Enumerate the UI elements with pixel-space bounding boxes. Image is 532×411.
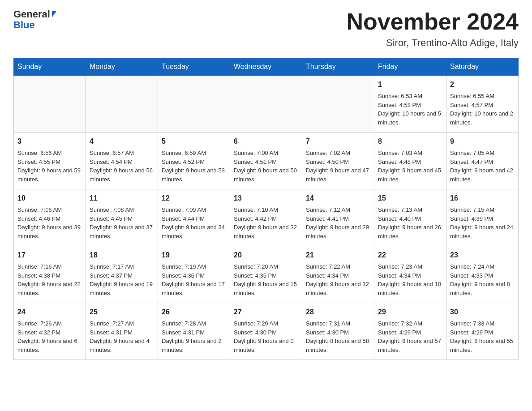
calendar-cell: 30Sunrise: 7:33 AMSunset: 4:29 PMDayligh… <box>446 303 519 360</box>
calendar-cell: 9Sunrise: 7:05 AMSunset: 4:47 PMDaylight… <box>446 133 519 189</box>
day-number: 4 <box>90 136 154 147</box>
day-number: 14 <box>306 193 370 204</box>
day-number: 27 <box>234 307 298 317</box>
week-row-5: 24Sunrise: 7:26 AMSunset: 4:32 PMDayligh… <box>14 303 519 360</box>
calendar-cell: 25Sunrise: 7:27 AMSunset: 4:31 PMDayligh… <box>86 303 158 360</box>
day-info: Sunrise: 7:19 AMSunset: 4:36 PMDaylight:… <box>162 262 226 297</box>
calendar-cell: 15Sunrise: 7:13 AMSunset: 4:40 PMDayligh… <box>374 189 446 246</box>
day-number: 10 <box>17 193 82 204</box>
logo-triangle-icon <box>52 11 56 17</box>
day-info: Sunrise: 6:53 AMSunset: 4:58 PMDaylight:… <box>378 92 442 127</box>
day-number: 13 <box>234 193 298 204</box>
calendar-cell: 13Sunrise: 7:10 AMSunset: 4:42 PMDayligh… <box>230 189 302 246</box>
day-info: Sunrise: 7:10 AMSunset: 4:42 PMDaylight:… <box>234 206 298 240</box>
calendar-cell: 27Sunrise: 7:29 AMSunset: 4:30 PMDayligh… <box>230 303 302 360</box>
calendar-cell: 21Sunrise: 7:22 AMSunset: 4:34 PMDayligh… <box>302 246 374 303</box>
week-row-1: 1Sunrise: 6:53 AMSunset: 4:58 PMDaylight… <box>14 76 519 133</box>
day-number: 26 <box>162 307 226 317</box>
day-info: Sunrise: 6:56 AMSunset: 4:55 PMDaylight:… <box>17 149 82 184</box>
header-friday: Friday <box>374 58 446 76</box>
calendar-table: SundayMondayTuesdayWednesdayThursdayFrid… <box>13 58 519 360</box>
day-info: Sunrise: 7:31 AMSunset: 4:30 PMDaylight:… <box>306 319 370 354</box>
header-thursday: Thursday <box>302 58 374 76</box>
day-info: Sunrise: 7:23 AMSunset: 4:34 PMDaylight:… <box>378 262 442 297</box>
day-number: 5 <box>162 136 226 147</box>
day-number: 1 <box>378 79 442 90</box>
day-info: Sunrise: 6:55 AMSunset: 4:57 PMDaylight:… <box>450 92 515 127</box>
day-info: Sunrise: 7:33 AMSunset: 4:29 PMDaylight:… <box>450 319 515 354</box>
day-info: Sunrise: 7:22 AMSunset: 4:34 PMDaylight:… <box>306 262 370 297</box>
day-info: Sunrise: 7:09 AMSunset: 4:44 PMDaylight:… <box>162 206 226 240</box>
calendar-cell <box>302 76 374 133</box>
header-sunday: Sunday <box>14 58 86 76</box>
day-number: 16 <box>450 193 515 204</box>
day-number: 3 <box>17 136 82 147</box>
day-info: Sunrise: 7:20 AMSunset: 4:35 PMDaylight:… <box>234 262 298 297</box>
title-area: November 2024 Siror, Trentino-Alto Adige… <box>347 9 519 49</box>
day-info: Sunrise: 7:12 AMSunset: 4:41 PMDaylight:… <box>306 206 370 240</box>
week-row-2: 3Sunrise: 6:56 AMSunset: 4:55 PMDaylight… <box>14 133 519 189</box>
day-number: 20 <box>234 250 298 261</box>
day-number: 7 <box>306 136 370 147</box>
day-info: Sunrise: 7:13 AMSunset: 4:40 PMDaylight:… <box>378 206 442 240</box>
calendar-cell: 2Sunrise: 6:55 AMSunset: 4:57 PMDaylight… <box>446 76 519 133</box>
day-info: Sunrise: 7:05 AMSunset: 4:47 PMDaylight:… <box>450 149 515 184</box>
day-number: 9 <box>450 136 515 147</box>
day-info: Sunrise: 7:29 AMSunset: 4:30 PMDaylight:… <box>234 319 298 354</box>
day-info: Sunrise: 7:08 AMSunset: 4:45 PMDaylight:… <box>90 206 154 240</box>
day-info: Sunrise: 7:27 AMSunset: 4:31 PMDaylight:… <box>90 319 154 354</box>
calendar-cell: 16Sunrise: 7:15 AMSunset: 4:39 PMDayligh… <box>446 189 519 246</box>
day-number: 30 <box>450 307 515 317</box>
day-number: 17 <box>17 250 82 261</box>
day-number: 25 <box>90 307 154 317</box>
day-number: 29 <box>378 307 442 317</box>
week-row-4: 17Sunrise: 7:16 AMSunset: 4:38 PMDayligh… <box>14 246 519 303</box>
calendar-cell: 14Sunrise: 7:12 AMSunset: 4:41 PMDayligh… <box>302 189 374 246</box>
calendar-cell: 19Sunrise: 7:19 AMSunset: 4:36 PMDayligh… <box>158 246 230 303</box>
day-info: Sunrise: 7:06 AMSunset: 4:46 PMDaylight:… <box>17 206 82 240</box>
calendar-cell: 20Sunrise: 7:20 AMSunset: 4:35 PMDayligh… <box>230 246 302 303</box>
location-subtitle: Siror, Trentino-Alto Adige, Italy <box>347 37 519 49</box>
calendar-cell: 7Sunrise: 7:02 AMSunset: 4:50 PMDaylight… <box>302 133 374 189</box>
calendar-cell: 29Sunrise: 7:32 AMSunset: 4:29 PMDayligh… <box>374 303 446 360</box>
calendar-cell <box>86 76 158 133</box>
day-number: 2 <box>450 79 515 90</box>
calendar-cell <box>14 76 86 133</box>
calendar-cell: 22Sunrise: 7:23 AMSunset: 4:34 PMDayligh… <box>374 246 446 303</box>
calendar-cell: 26Sunrise: 7:28 AMSunset: 4:31 PMDayligh… <box>158 303 230 360</box>
day-number: 15 <box>378 193 442 204</box>
day-info: Sunrise: 7:03 AMSunset: 4:48 PMDaylight:… <box>378 149 442 184</box>
day-number: 8 <box>378 136 442 147</box>
logo-blue-text: Blue <box>13 19 35 30</box>
calendar-cell: 10Sunrise: 7:06 AMSunset: 4:46 PMDayligh… <box>14 189 86 246</box>
day-number: 18 <box>90 250 154 261</box>
day-number: 12 <box>162 193 226 204</box>
day-info: Sunrise: 7:02 AMSunset: 4:50 PMDaylight:… <box>306 149 370 184</box>
calendar-cell: 6Sunrise: 7:00 AMSunset: 4:51 PMDaylight… <box>230 133 302 189</box>
calendar-cell: 23Sunrise: 7:24 AMSunset: 4:33 PMDayligh… <box>446 246 519 303</box>
calendar-cell: 12Sunrise: 7:09 AMSunset: 4:44 PMDayligh… <box>158 189 230 246</box>
calendar-cell: 3Sunrise: 6:56 AMSunset: 4:55 PMDaylight… <box>14 133 86 189</box>
day-number: 6 <box>234 136 298 147</box>
calendar-cell: 11Sunrise: 7:08 AMSunset: 4:45 PMDayligh… <box>86 189 158 246</box>
header-tuesday: Tuesday <box>158 58 230 76</box>
day-number: 24 <box>17 307 82 317</box>
day-info: Sunrise: 7:24 AMSunset: 4:33 PMDaylight:… <box>450 262 515 297</box>
day-info: Sunrise: 7:28 AMSunset: 4:31 PMDaylight:… <box>162 319 226 354</box>
day-number: 21 <box>306 250 370 261</box>
day-info: Sunrise: 7:15 AMSunset: 4:39 PMDaylight:… <box>450 206 515 240</box>
logo: General Blue <box>13 9 56 30</box>
day-number: 28 <box>306 307 370 317</box>
calendar-cell: 1Sunrise: 6:53 AMSunset: 4:58 PMDaylight… <box>374 76 446 133</box>
calendar-cell: 5Sunrise: 6:59 AMSunset: 4:52 PMDaylight… <box>158 133 230 189</box>
header-monday: Monday <box>86 58 158 76</box>
day-number: 22 <box>378 250 442 261</box>
day-info: Sunrise: 7:26 AMSunset: 4:32 PMDaylight:… <box>17 319 82 354</box>
header-wednesday: Wednesday <box>230 58 302 76</box>
day-number: 23 <box>450 250 515 261</box>
calendar-cell: 18Sunrise: 7:17 AMSunset: 4:37 PMDayligh… <box>86 246 158 303</box>
calendar-cell <box>230 76 302 133</box>
calendar-cell: 24Sunrise: 7:26 AMSunset: 4:32 PMDayligh… <box>14 303 86 360</box>
calendar-cell: 17Sunrise: 7:16 AMSunset: 4:38 PMDayligh… <box>14 246 86 303</box>
logo-general-text: General <box>13 9 50 20</box>
